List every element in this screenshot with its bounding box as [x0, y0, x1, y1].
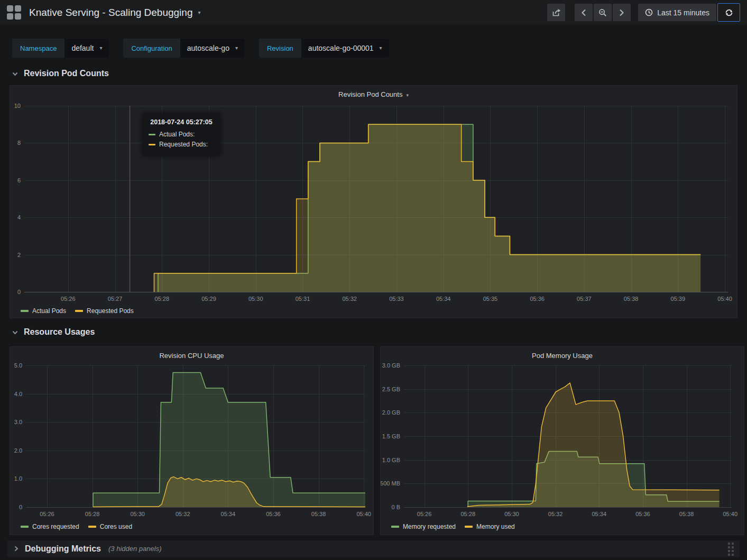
chevron-right-icon: [13, 545, 20, 552]
row-title: Debugging Metrics: [25, 544, 101, 554]
svg-text:05:40: 05:40: [717, 296, 732, 302]
svg-text:05:38: 05:38: [679, 511, 694, 517]
svg-text:05:29: 05:29: [201, 296, 216, 302]
svg-text:05:32: 05:32: [548, 511, 563, 517]
legend-label: Actual Pods: [32, 307, 66, 315]
cpu-usage-legend: Cores requestedCores used: [21, 523, 132, 530]
svg-text:1.0 GB: 1.0 GB: [382, 457, 400, 463]
memory-usage-legend: Memory requestedMemory used: [391, 523, 515, 530]
variable-namespace-value: default: [71, 44, 94, 52]
grafana-logo-icon[interactable]: [7, 5, 21, 20]
legend-item[interactable]: Cores requested: [21, 523, 79, 530]
svg-text:0 B: 0 B: [391, 504, 400, 510]
row-title: Resource Usages: [24, 327, 95, 337]
legend-label: Memory used: [476, 523, 515, 530]
panel-revision-pod-counts: Revision Pod Counts▾ 05:2605:2705:2805:2…: [10, 85, 737, 318]
refresh-button[interactable]: [717, 3, 740, 22]
legend-item[interactable]: Actual Pods: [21, 307, 66, 315]
svg-text:05:37: 05:37: [577, 296, 592, 302]
pod-counts-legend: Actual PodsRequested Pods: [21, 307, 134, 315]
row-title: Revision Pod Counts: [24, 69, 109, 78]
time-picker-button[interactable]: Last 15 minutes: [638, 4, 716, 21]
grafana-dashboard: Knative Serving - Scaling Debugging ▾: [0, 0, 747, 560]
legend-item[interactable]: Memory used: [465, 523, 515, 530]
svg-text:10: 10: [14, 103, 21, 109]
legend-label: Cores requested: [32, 523, 79, 530]
drag-handle[interactable]: [728, 543, 734, 556]
series-color-dash: [21, 526, 29, 528]
tooltip-timestamp: 2018-07-24 05:27:05: [149, 118, 214, 126]
svg-text:2.0 GB: 2.0 GB: [382, 409, 400, 416]
svg-text:2.5 GB: 2.5 GB: [382, 386, 400, 392]
svg-text:05:33: 05:33: [389, 296, 404, 302]
svg-text:05:30: 05:30: [504, 511, 519, 517]
legend-item[interactable]: Memory requested: [391, 523, 456, 530]
chevron-down-icon: ▾: [99, 45, 102, 51]
dashboard-title[interactable]: Knative Serving - Scaling Debugging ▾: [29, 7, 201, 19]
series-color-dash: [465, 526, 473, 528]
row-header-debugging-metrics[interactable]: Debugging Metrics (3 hidden panels): [7, 540, 740, 557]
time-range-label: Last 15 minutes: [657, 8, 709, 17]
svg-text:5.0: 5.0: [14, 362, 22, 369]
memory-usage-chart[interactable]: 05:2605:2805:3005:3205:3405:3605:3805:40…: [381, 347, 744, 517]
tooltip-series-label: Actual Pods:: [159, 131, 195, 138]
svg-text:2: 2: [17, 252, 21, 258]
svg-text:05:32: 05:32: [176, 511, 190, 517]
row-header-resource-usages[interactable]: Resource Usages: [12, 326, 95, 338]
series-color-dash: [21, 310, 29, 312]
svg-text:05:30: 05:30: [248, 296, 263, 302]
legend-label: Cores used: [100, 523, 132, 530]
graph-tooltip: 2018-07-24 05:27:05 Actual Pods: Request…: [142, 113, 220, 156]
svg-text:1.0: 1.0: [14, 475, 22, 482]
variable-namespace: Namespace default ▾: [12, 39, 109, 58]
variable-configuration-label: Configuration: [123, 39, 180, 58]
svg-text:6: 6: [17, 177, 21, 183]
variable-configuration-select[interactable]: autoscale-go ▾: [180, 39, 245, 58]
svg-text:05:26: 05:26: [40, 511, 54, 517]
series-color-dash: [149, 144, 155, 145]
zoom-out-button[interactable]: [594, 4, 612, 21]
legend-item[interactable]: Requested Pods: [75, 307, 134, 315]
svg-text:05:32: 05:32: [342, 296, 357, 302]
share-button[interactable]: [547, 4, 565, 21]
svg-text:05:28: 05:28: [460, 511, 475, 517]
panel-revision-cpu-usage: Revision CPU Usage 05:2605:2805:3005:320…: [10, 346, 374, 535]
panel-title[interactable]: Pod Memory Usage: [381, 352, 744, 360]
chevron-down-icon: ▾: [235, 45, 238, 51]
tooltip-series-row: Requested Pods:: [149, 141, 214, 148]
svg-text:05:34: 05:34: [592, 511, 606, 517]
legend-label: Requested Pods: [87, 307, 134, 315]
chevron-right-icon: [619, 9, 624, 16]
series-color-dash: [149, 134, 155, 135]
navbar-right: Last 15 minutes: [546, 3, 740, 22]
svg-text:05:34: 05:34: [436, 296, 451, 302]
share-icon: [552, 8, 561, 17]
zoom-out-icon: [598, 8, 607, 17]
revision_pod_counts-plot: 05:2605:2705:2805:2905:3005:3105:3205:33…: [10, 86, 737, 305]
variable-namespace-label: Namespace: [12, 39, 64, 58]
refresh-icon: [725, 8, 733, 17]
legend-item[interactable]: Cores used: [88, 523, 132, 530]
tooltip-series-label: Requested Pods:: [159, 141, 208, 148]
variable-configuration: Configuration autoscale-go ▾: [123, 39, 245, 58]
time-back-button[interactable]: [575, 4, 593, 21]
variable-namespace-select[interactable]: default ▾: [64, 39, 109, 58]
pod-counts-chart[interactable]: 05:2605:2705:2805:2905:3005:3105:3205:33…: [10, 86, 737, 305]
series-color-dash: [391, 526, 399, 528]
chevron-down-icon: ▾: [406, 93, 409, 98]
time-forward-button[interactable]: [613, 4, 631, 21]
series-color-dash: [88, 526, 96, 528]
variable-revision-select[interactable]: autoscale-go-00001 ▾: [301, 39, 389, 58]
row-header-revision-pod-counts[interactable]: Revision Pod Counts: [12, 68, 109, 79]
svg-text:0: 0: [19, 504, 22, 510]
cpu-usage-chart[interactable]: 05:2605:2805:3005:3205:3405:3605:3805:40…: [10, 347, 373, 517]
panel-title[interactable]: Revision Pod Counts▾: [10, 90, 737, 98]
svg-text:05:36: 05:36: [635, 511, 650, 517]
panel-title[interactable]: Revision CPU Usage: [10, 352, 373, 360]
svg-text:500 MB: 500 MB: [381, 480, 400, 486]
variable-revision-label: Revision: [259, 39, 301, 58]
variable-revision: Revision autoscale-go-00001 ▾: [259, 39, 389, 58]
svg-text:4.0: 4.0: [14, 391, 22, 397]
svg-text:05:28: 05:28: [155, 296, 170, 302]
svg-text:05:27: 05:27: [108, 296, 123, 302]
